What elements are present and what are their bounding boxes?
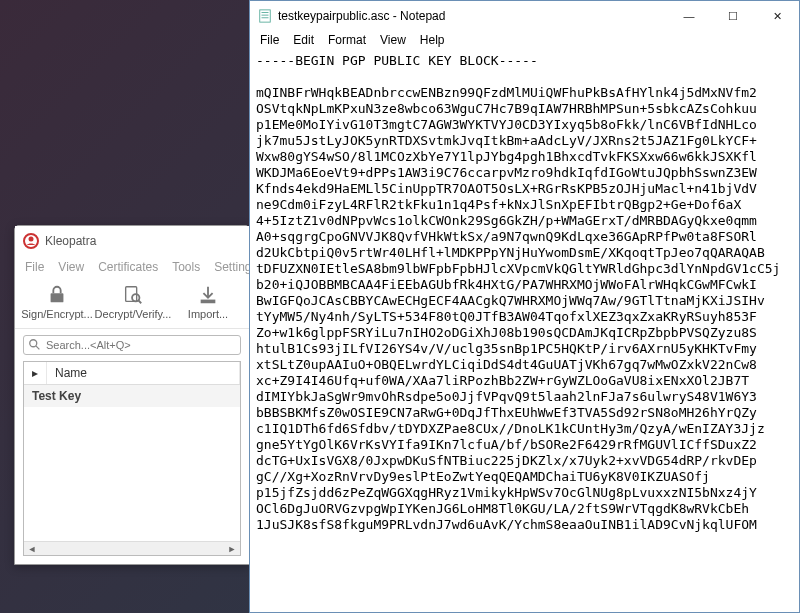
menu-file[interactable]: File — [25, 260, 44, 274]
svg-rect-9 — [260, 10, 271, 22]
certificate-list: ▸ Name Test Key ◄ ► — [23, 361, 241, 556]
scroll-left-icon[interactable]: ◄ — [26, 544, 38, 554]
maximize-button[interactable]: ☐ — [711, 1, 755, 31]
sign-label: Sign/Encrypt... — [21, 308, 93, 320]
menu-file[interactable]: File — [260, 33, 279, 47]
scroll-right-icon[interactable]: ► — [226, 544, 238, 554]
svg-point-7 — [30, 340, 37, 347]
horizontal-scrollbar[interactable]: ◄ ► — [24, 541, 240, 555]
kleopatra-icon — [23, 233, 39, 249]
list-item[interactable]: Test Key — [24, 385, 240, 407]
lock-icon — [46, 284, 68, 306]
notepad-window: testkeypairpublic.asc - Notepad — ☐ ✕ Fi… — [249, 0, 800, 613]
menu-help[interactable]: Help — [420, 33, 445, 47]
expand-column[interactable]: ▸ — [24, 362, 47, 384]
notepad-menubar: File Edit Format View Help — [250, 31, 799, 51]
import-icon — [197, 284, 219, 306]
svg-point-1 — [29, 237, 34, 242]
notepad-titlebar[interactable]: testkeypairpublic.asc - Notepad — ☐ ✕ — [250, 1, 799, 31]
kleopatra-menubar: File View Certificates Tools Setting — [15, 256, 249, 280]
sign-encrypt-button[interactable]: Sign/Encrypt... — [21, 282, 93, 322]
notepad-icon — [258, 9, 272, 23]
menu-tools[interactable]: Tools — [172, 260, 200, 274]
search-input[interactable] — [46, 339, 236, 351]
name-column[interactable]: Name — [47, 362, 240, 384]
menu-format[interactable]: Format — [328, 33, 366, 47]
minimize-button[interactable]: — — [667, 1, 711, 31]
decrypt-label: Decrypt/Verify... — [95, 308, 172, 320]
svg-line-8 — [36, 346, 40, 350]
kleopatra-titlebar[interactable]: Kleopatra — [15, 226, 249, 256]
document-search-icon — [122, 284, 144, 306]
import-button[interactable]: Import... — [173, 282, 243, 322]
menu-view[interactable]: View — [58, 260, 84, 274]
notepad-title: testkeypairpublic.asc - Notepad — [278, 9, 445, 23]
search-field[interactable] — [23, 335, 241, 355]
svg-line-5 — [139, 301, 142, 304]
close-button[interactable]: ✕ — [755, 1, 799, 31]
search-icon — [28, 338, 42, 352]
text-content[interactable]: -----BEGIN PGP PUBLIC KEY BLOCK----- mQI… — [250, 51, 799, 612]
kleopatra-toolbar: Sign/Encrypt... Decrypt/Verify... Import… — [15, 280, 249, 329]
kleopatra-title: Kleopatra — [45, 234, 96, 248]
svg-rect-6 — [201, 300, 216, 304]
import-label: Import... — [188, 308, 228, 320]
svg-rect-2 — [51, 293, 64, 302]
window-controls: — ☐ ✕ — [667, 1, 799, 31]
menu-settings[interactable]: Setting — [214, 260, 251, 274]
list-header: ▸ Name — [24, 362, 240, 385]
menu-certificates[interactable]: Certificates — [98, 260, 158, 274]
menu-view[interactable]: View — [380, 33, 406, 47]
kleopatra-window: Kleopatra File View Certificates Tools S… — [14, 225, 250, 565]
menu-edit[interactable]: Edit — [293, 33, 314, 47]
decrypt-verify-button[interactable]: Decrypt/Verify... — [97, 282, 169, 322]
